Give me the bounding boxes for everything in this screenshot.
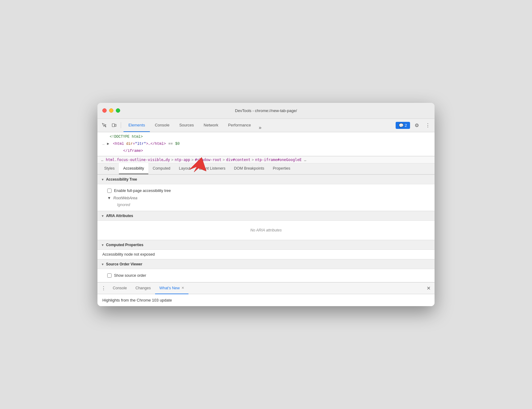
enable-tree-row: Enable full-page accessibility tree [102, 187, 430, 195]
computed-properties-label: Computed Properties [106, 243, 143, 247]
drawer-tab-whats-new[interactable]: What's New ✕ [155, 283, 188, 294]
accessibility-tree-label: Accessibility Tree [106, 177, 137, 182]
drawer-tab-changes[interactable]: Changes [131, 283, 155, 294]
breadcrumb-dots-start[interactable]: … [101, 158, 103, 162]
aria-triangle-icon: ▼ [101, 214, 104, 218]
show-source-order-row: Show source order [102, 272, 430, 280]
computed-text: Accessibility node not exposed [102, 252, 430, 257]
svg-rect-0 [112, 124, 115, 127]
dom-line-doctype: <!DOCTYPE html> [97, 133, 435, 141]
toolbar-divider [121, 122, 121, 128]
show-source-order-checkbox[interactable] [107, 273, 112, 278]
breadcrumb-item-3[interactable]: div#content [226, 158, 250, 162]
drawer-close-button[interactable]: ✕ [425, 285, 432, 292]
tab-sources[interactable]: Sources [174, 118, 199, 132]
drawer-content: Highlights from the Chrome 103 update [97, 294, 435, 306]
dom-panel: <!DOCTYPE html> … ▶ <html dir="ltr">…</h… [97, 132, 435, 156]
ignored-item: Ignored [102, 201, 430, 208]
source-order-label: Source Order Viewer [106, 262, 142, 266]
dollar-zero: $0 [175, 141, 180, 147]
ignored-label: Ignored [107, 203, 130, 207]
subtab-dom-breakpoints[interactable]: DOM Breakpoints [230, 163, 269, 174]
aria-attributes-label: ARIA Attributes [106, 214, 133, 218]
drawer-content-text: Highlights from the Chrome 103 update [102, 298, 172, 302]
drawer-menu-button[interactable]: ⋮ [100, 285, 107, 292]
minimize-button[interactable] [109, 108, 113, 113]
svg-rect-1 [115, 124, 116, 126]
source-order-header[interactable]: ▼ Source Order Viewer [97, 259, 435, 269]
drawer-tabs-row: ⋮ Console Changes What's New ✕ ✕ [97, 283, 435, 294]
inspect-icon[interactable] [100, 121, 108, 129]
computed-triangle-icon: ▼ [101, 243, 104, 247]
dom-eq: == [168, 141, 173, 147]
iframe-tag[interactable]: </iframe> [123, 148, 143, 154]
gear-icon: ⚙ [415, 122, 419, 128]
enable-tree-checkbox[interactable] [107, 189, 112, 193]
devtools-window: DevTools - chrome://new-tab-page/ Elemen… [97, 103, 435, 306]
subtab-layout[interactable]: Layout [175, 163, 195, 174]
computed-properties-content: Accessibility node not exposed [97, 250, 435, 259]
drawer-tab-console[interactable]: Console [108, 283, 131, 294]
aria-attributes-header[interactable]: ▼ ARIA Attributes [97, 211, 435, 221]
computed-properties-header[interactable]: ▼ Computed Properties [97, 240, 435, 250]
more-icon: ⋮ [425, 122, 430, 128]
whats-new-label: What's New [159, 286, 180, 290]
main-toolbar: Elements Console Sources Network Perform… [97, 119, 435, 132]
triangle-icon: ▼ [101, 178, 104, 181]
dom-line-html: … ▶ <html dir="ltr">…</html> == $0 [97, 141, 435, 148]
breadcrumb-item-4[interactable]: ntp-iframe#oneGoogleE [255, 158, 302, 162]
dom-dots: … [102, 141, 104, 147]
accessibility-tree-header[interactable]: ▼ Accessibility Tree [97, 174, 435, 184]
maximize-button[interactable] [116, 108, 120, 113]
source-order-triangle-icon: ▼ [101, 263, 104, 266]
device-toggle-icon[interactable] [110, 121, 118, 129]
breadcrumb-item-0[interactable]: html.focus-outline-visible…dy [106, 158, 170, 162]
no-aria-text: No ARIA attributes [102, 223, 430, 237]
enable-tree-label[interactable]: Enable full-page accessibility tree [114, 189, 171, 193]
titlebar: DevTools - chrome://new-tab-page/ [97, 103, 435, 119]
tab-network[interactable]: Network [199, 118, 223, 132]
whats-new-close[interactable]: ✕ [181, 286, 184, 290]
subtab-styles[interactable]: Styles [100, 163, 119, 174]
source-order-content: Show source order [97, 269, 435, 282]
main-content-area: <!DOCTYPE html> … ▶ <html dir="ltr">…</h… [97, 132, 435, 306]
toolbar-right: 💬 2 ⚙ ⋮ [396, 121, 432, 129]
accessibility-panel: ▼ Accessibility Tree Enable full-page ac… [97, 174, 435, 282]
subtab-properties[interactable]: Properties [268, 163, 294, 174]
close-button[interactable] [102, 108, 107, 113]
aria-attributes-content: No ARIA attributes [97, 221, 435, 240]
notifications-button[interactable]: 💬 2 [396, 122, 410, 129]
expand-html-button[interactable]: ▶ [107, 141, 109, 147]
tab-console[interactable]: Console [150, 118, 174, 132]
tab-elements[interactable]: Elements [124, 118, 150, 132]
dom-line-iframe: </iframe> [97, 148, 435, 155]
breadcrumb-item-2[interactable]: #shadow-root [195, 158, 222, 162]
subtabs-row: Styles Accessibility Computed Layout Eve… [97, 163, 435, 174]
chat-icon: 💬 [399, 123, 404, 128]
subtab-computed[interactable]: Computed [148, 163, 175, 174]
html-tag[interactable]: <html dir="ltr">…</html> [113, 141, 166, 147]
root-web-area-label[interactable]: RootWebArea [113, 196, 137, 200]
show-source-order-label[interactable]: Show source order [114, 273, 146, 278]
more-tabs-button[interactable]: » [256, 123, 264, 132]
expand-arrow[interactable]: ▼ [107, 196, 111, 200]
settings-button[interactable]: ⚙ [412, 121, 421, 129]
main-tabs: Elements Console Sources Network Perform… [124, 118, 264, 132]
breadcrumb-dots-end[interactable]: … [304, 158, 306, 162]
notifications-count: 2 [405, 123, 407, 128]
breadcrumb-item-1[interactable]: ntp-app [175, 158, 190, 162]
subtab-event-listeners[interactable]: Event Listeners [195, 163, 230, 174]
root-web-area-item: ▼ RootWebArea [102, 195, 430, 201]
doctype-text: <!DOCTYPE html> [110, 135, 143, 139]
tab-performance[interactable]: Performance [223, 118, 256, 132]
accessibility-tree-content: Enable full-page accessibility tree ▼ Ro… [97, 184, 435, 211]
subtab-accessibility[interactable]: Accessibility [119, 163, 148, 174]
traffic-lights [102, 108, 120, 113]
breadcrumb-row: … html.focus-outline-visible…dy > ntp-ap… [97, 156, 435, 163]
more-options-button[interactable]: ⋮ [424, 121, 432, 129]
bottom-drawer: ⋮ Console Changes What's New ✕ ✕ Highlig… [97, 282, 435, 306]
window-title: DevTools - chrome://new-tab-page/ [235, 108, 297, 113]
